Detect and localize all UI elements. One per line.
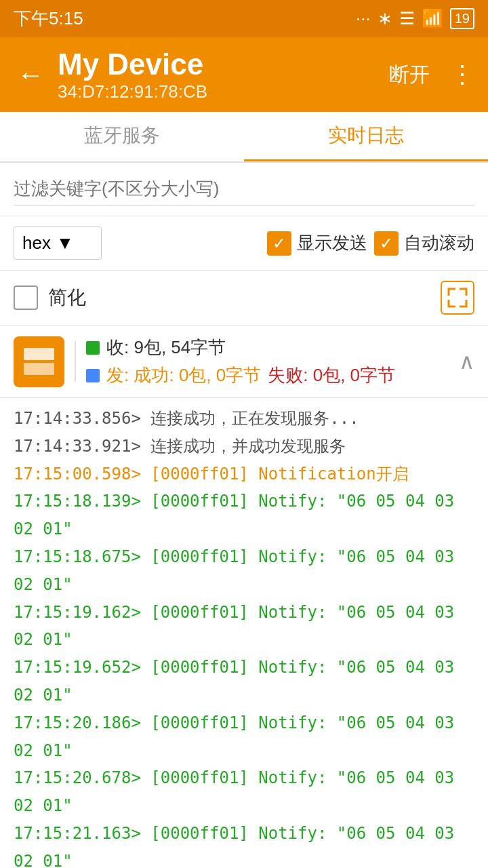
wifi-icon: 📶: [422, 8, 443, 29]
disconnect-button[interactable]: 断开: [382, 58, 436, 92]
signal-bars-icon: ☰: [399, 8, 415, 29]
log-line: 17:15:19.652> [0000ff01] Notify: "06 05 …: [14, 654, 474, 709]
stats-send: 发: 成功: 0包, 0字节 失败: 0包, 0字节: [86, 363, 449, 387]
show-send-checkbox-label: ✓ 显示发送: [267, 231, 367, 256]
log-area: 17:14:33.856> 连接成功，正在发现服务...17:14:33.921…: [0, 398, 488, 868]
collapse-icon[interactable]: ∧: [459, 349, 474, 374]
more-menu-button[interactable]: ⋮: [450, 60, 474, 89]
chevron-down-icon: ▼: [56, 233, 74, 254]
log-line: 17:15:21.163> [0000ff01] Notify: "06 05 …: [14, 820, 474, 868]
format-select-top[interactable]: hex ▼: [14, 226, 102, 260]
stats-row: 收: 9包, 54字节 发: 成功: 0包, 0字节 失败: 0包, 0字节 ∧: [0, 326, 488, 398]
controls-row: hex ▼ ✓ 显示发送 ✓ 自动滚动: [0, 216, 488, 271]
simplify-checkbox[interactable]: [14, 285, 38, 310]
header-actions: 断开 ⋮: [382, 58, 474, 92]
checkbox-group: ✓ 显示发送 ✓ 自动滚动: [115, 231, 474, 256]
battery-icon: 19: [450, 8, 474, 29]
recv-text: 收: 9包, 54字节: [106, 336, 226, 359]
expand-icon[interactable]: [441, 281, 474, 315]
stats-icon-bar2: [24, 363, 54, 375]
log-line: 17:15:19.162> [0000ff01] Notify: "06 05 …: [14, 599, 474, 654]
filter-input[interactable]: [14, 173, 474, 205]
auto-scroll-checkbox-label: ✓ 自动滚动: [374, 231, 474, 256]
log-line: 17:14:33.856> 连接成功，正在发现服务...: [14, 405, 474, 433]
status-icons: ··· ∗ ☰ 📶 19: [356, 8, 474, 29]
status-time: 下午5:15: [14, 7, 83, 31]
recv-dot: [86, 341, 100, 355]
send-fail-text: 失败: 0包, 0字节: [268, 363, 395, 387]
log-line: 17:15:18.139> [0000ff01] Notify: "06 05 …: [14, 488, 474, 543]
tab-bt-service[interactable]: 蓝牙服务: [0, 112, 244, 161]
stats-icon: [14, 336, 64, 387]
send-dot: [86, 369, 100, 382]
status-bar: 下午5:15 ··· ∗ ☰ 📶 19: [0, 0, 488, 37]
device-address: 34:D7:12:91:78:CB: [58, 81, 372, 102]
log-line: 17:14:33.921> 连接成功，并成功发现服务: [14, 433, 474, 460]
send-success-text: 发: 成功: 0包, 0字节: [106, 363, 261, 387]
tab-bar: 蓝牙服务 实时日志: [0, 112, 488, 163]
filter-section: [0, 163, 488, 216]
header: ← My Device 34:D7:12:91:78:CB 断开 ⋮: [0, 37, 488, 112]
stats-icon-bar1: [24, 348, 54, 360]
log-line: 17:15:00.598> [0000ff01] Notification开启: [14, 460, 474, 488]
auto-scroll-checkbox[interactable]: ✓: [374, 231, 399, 256]
simplify-label: 简化: [48, 285, 441, 311]
stats-content: 收: 9包, 54字节 发: 成功: 0包, 0字节 失败: 0包, 0字节: [86, 336, 449, 387]
simplify-row: 简化: [0, 271, 488, 326]
header-title-block: My Device 34:D7:12:91:78:CB: [58, 47, 372, 102]
log-line: 17:15:20.186> [0000ff01] Notify: "06 05 …: [14, 709, 474, 765]
log-line: 17:15:20.678> [0000ff01] Notify: "06 05 …: [14, 764, 474, 820]
device-name: My Device: [58, 47, 372, 81]
log-line: 17:15:18.675> [0000ff01] Notify: "06 05 …: [14, 543, 474, 599]
stats-separator: [75, 341, 76, 382]
tab-realtime-log[interactable]: 实时日志: [244, 112, 488, 161]
stats-recv: 收: 9包, 54字节: [86, 336, 449, 359]
back-button[interactable]: ←: [14, 56, 47, 94]
show-send-checkbox[interactable]: ✓: [267, 231, 291, 256]
bluetooth-icon: ∗: [378, 8, 392, 29]
signal-dots-icon: ···: [356, 8, 371, 29]
